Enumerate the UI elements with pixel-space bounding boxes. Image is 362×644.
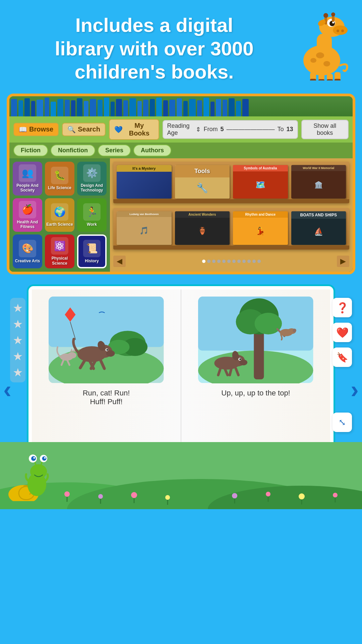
- spine-book: [11, 99, 17, 116]
- from-label: From: [203, 126, 218, 133]
- right-page-illustration: [198, 296, 313, 383]
- spine-book: [177, 98, 182, 116]
- svg-rect-26: [49, 297, 164, 347]
- tab-authors[interactable]: Authors: [133, 145, 171, 156]
- star-4[interactable]: ★: [13, 317, 23, 331]
- book-boats-ships[interactable]: BOATS AND SHIPS ⛵: [291, 211, 346, 245]
- headline-line2: library with over 3000: [55, 38, 253, 59]
- book-ancient-wonders[interactable]: Ancient Wonders 🏺: [175, 211, 230, 245]
- star-2[interactable]: ★: [13, 350, 23, 363]
- shelf-next-button[interactable]: ▶: [337, 256, 349, 267]
- nav-dot-10[interactable]: [247, 260, 251, 263]
- book-reader: Run, cat! Run! Huff! Puff! 6: [27, 284, 335, 469]
- spine-book: [223, 100, 227, 116]
- spine-book: [90, 99, 96, 116]
- category-item-creative-arts[interactable]: 🎨 Creative Arts: [13, 234, 42, 268]
- book-symbols-australia[interactable]: Symbols of Australia 🗺️: [233, 165, 288, 199]
- category-label-people-society: People And Society: [14, 183, 41, 193]
- nav-dot-6[interactable]: [227, 260, 231, 263]
- sort-icon: ⇕: [196, 126, 201, 133]
- bookmark-button[interactable]: 🔖: [333, 347, 352, 367]
- svg-point-5: [341, 30, 344, 32]
- svg-rect-22: [318, 79, 324, 80]
- svg-point-4: [337, 30, 339, 32]
- spine-book: [65, 100, 70, 116]
- nav-dot-9[interactable]: [242, 260, 246, 263]
- svg-point-75: [98, 494, 103, 499]
- prev-page-button[interactable]: ‹: [3, 377, 11, 401]
- category-item-history[interactable]: 📜 History: [77, 234, 107, 268]
- category-item-design-technology[interactable]: ⚙️ Design And Technology: [77, 162, 107, 196]
- svg-point-79: [266, 492, 270, 496]
- left-page-illustration: [49, 296, 164, 383]
- svg-rect-24: [335, 79, 341, 80]
- spine-book: [104, 98, 109, 116]
- page-text-line2: Huff! Puff!: [83, 397, 130, 406]
- nav-dot-4[interactable]: [217, 260, 221, 263]
- reader-inner: Run, cat! Run! Huff! Puff! 6: [32, 289, 330, 464]
- headline-line1: Includes a digital: [75, 14, 233, 36]
- tab-series[interactable]: Series: [98, 145, 131, 156]
- history-icon: 📜: [83, 240, 101, 257]
- top-hero-section: Includes a digital library with over 300…: [0, 0, 362, 94]
- category-item-life-science[interactable]: 🐛 Life Science: [45, 162, 74, 196]
- browse-button[interactable]: 📖 Browse: [13, 123, 59, 136]
- nav-dot-3[interactable]: [212, 260, 216, 263]
- page-text-line1: Run, cat! Run!: [83, 389, 130, 397]
- expand-button[interactable]: ⤡: [333, 413, 352, 432]
- svg-point-74: [64, 491, 70, 497]
- category-item-earth-science[interactable]: 🌍 Earth Science: [45, 198, 74, 232]
- category-label-earth-science: Earth Science: [46, 222, 73, 227]
- nav-dot-8[interactable]: [237, 260, 241, 263]
- shelf-bottom-2: [113, 246, 349, 250]
- category-item-people-society[interactable]: 👥 People And Society: [13, 162, 42, 196]
- tab-fiction[interactable]: Fiction: [13, 145, 48, 156]
- search-button[interactable]: 🔍 Search: [62, 123, 106, 136]
- physical-science-icon: ⚛️: [51, 237, 68, 255]
- bottom-section: ★ ★ ★ ★ ★ ❓ ❤️ 🔖 ⤡ ‹ ›: [0, 274, 362, 509]
- spine-book: [123, 100, 128, 116]
- nav-dot-2[interactable]: [207, 260, 210, 263]
- star-5[interactable]: ★: [13, 301, 23, 315]
- svg-point-44: [68, 352, 76, 359]
- spine-book: [98, 100, 103, 116]
- favorite-button[interactable]: ❤️: [333, 323, 352, 342]
- category-item-physical-science[interactable]: ⚛️ Physical Science: [45, 234, 74, 268]
- svg-point-55: [255, 313, 282, 334]
- category-item-work[interactable]: 🏃 Work: [77, 198, 107, 232]
- book-beethoven[interactable]: Ludwig van Beethoven 🎵: [117, 211, 172, 245]
- shelf-navigation: ◀ ▶: [113, 254, 349, 268]
- svg-point-35: [106, 350, 115, 357]
- my-books-button[interactable]: 💙 My Books: [109, 119, 159, 140]
- spine-book: [169, 100, 175, 116]
- nav-dot-12[interactable]: [257, 260, 261, 263]
- category-item-health-fitness[interactable]: 🍎 Health And Fitness: [13, 198, 42, 232]
- from-value: 5: [220, 126, 224, 133]
- nav-dot-5[interactable]: [222, 260, 226, 263]
- to-label: To: [277, 126, 284, 133]
- svg-rect-1: [317, 34, 332, 64]
- giraffe-character: [288, 3, 355, 80]
- category-label-history: History: [85, 259, 99, 263]
- svg-point-78: [232, 493, 237, 498]
- nav-dot-11[interactable]: [252, 260, 256, 263]
- star-1[interactable]: ★: [13, 366, 23, 379]
- book-wwii-memorial[interactable]: World War II Memorial 🏛️: [291, 165, 346, 199]
- search-icon: 🔍: [67, 125, 76, 133]
- show-all-button[interactable]: Show all books: [301, 120, 349, 139]
- book-rhythm-dance[interactable]: Rhythm and Dance 💃: [233, 211, 288, 245]
- svg-point-12: [331, 12, 335, 16]
- svg-rect-21: [310, 79, 316, 80]
- nav-dot-1[interactable]: [202, 260, 205, 263]
- spine-book: [137, 101, 142, 116]
- tab-nonfiction[interactable]: Nonfiction: [51, 145, 95, 156]
- age-slider[interactable]: ————————: [226, 126, 275, 133]
- star-3[interactable]: ★: [13, 333, 23, 347]
- svg-point-37: [107, 349, 108, 351]
- shelf-prev-button[interactable]: ◀: [113, 256, 126, 267]
- book-its-a-mystery[interactable]: It's a Mystery: [117, 165, 172, 199]
- book-tools[interactable]: Tools 🔧: [175, 165, 230, 199]
- nav-dot-7[interactable]: [232, 260, 236, 263]
- next-page-button[interactable]: ›: [351, 377, 359, 401]
- question-button[interactable]: ❓: [333, 298, 352, 317]
